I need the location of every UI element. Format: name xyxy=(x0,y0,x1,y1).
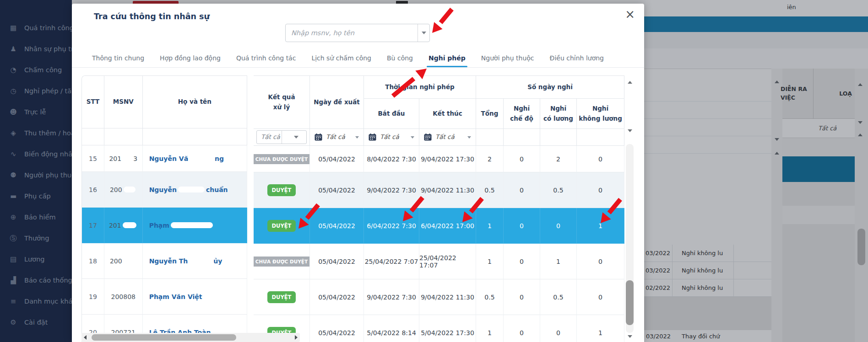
tab-đieu-chinh-luong[interactable]: Điều chỉnh lương xyxy=(549,49,605,67)
chevron-down-icon xyxy=(355,136,359,139)
redaction-blob xyxy=(171,222,213,228)
scroll-right-icon[interactable] xyxy=(295,335,298,340)
table-row[interactable]: DUYỆT05/04/20229/04/2022 7:309/04/2022 1… xyxy=(254,172,624,208)
cell-proposed: 05/04/2022 xyxy=(310,279,364,315)
table-row[interactable]: CHƯA ĐƯỢC DUYỆT05/04/202225/04/2022 7:07… xyxy=(254,244,624,279)
cell-name: Nguyễn Văng xyxy=(143,145,247,172)
calendar-icon xyxy=(424,134,432,141)
redaction-blob xyxy=(190,155,213,161)
cell-proposed: 05/04/2022 xyxy=(310,172,364,208)
modal-tabs: Thông tin chung Hợp đồng lao động Quá tr… xyxy=(91,49,605,67)
tab-label: Nghỉ phép xyxy=(429,54,466,62)
table-row[interactable]: 18200Nguyễn Thủy xyxy=(81,243,247,279)
cell-msnv: 200808 xyxy=(104,279,143,315)
table-row[interactable]: DUYỆT05/04/20229/04/2022 7:309/04/2022 1… xyxy=(254,279,624,315)
cell-regime: 0 xyxy=(504,172,540,208)
cell-paid: 0.5 xyxy=(540,279,577,315)
chevron-down-icon xyxy=(467,136,471,139)
filter-proposed-date: Tất cả xyxy=(310,129,364,146)
result-filter-select[interactable]: Tất cả xyxy=(256,130,307,144)
scroll-left-icon[interactable] xyxy=(84,335,87,340)
table-row[interactable]: 17201Phạm xyxy=(81,208,247,243)
redaction-blob xyxy=(123,155,132,161)
cell-msnv: 200 xyxy=(104,243,143,279)
col-header-msnv: MSNV xyxy=(104,76,143,128)
tab-lich-su-cham-cong[interactable]: Lịch sử chấm công xyxy=(310,49,372,67)
cell-result: CHƯA ĐƯỢC DUYỆT xyxy=(254,244,310,279)
cell-paid: 2 xyxy=(540,146,577,172)
search-input[interactable] xyxy=(286,24,418,42)
scroll-up-button[interactable] xyxy=(626,78,634,86)
cell-paid: 0 xyxy=(540,208,577,244)
cell-unpaid: 1 xyxy=(577,208,624,244)
cell-stt: 15 xyxy=(82,145,104,172)
table-row[interactable]: DUYỆT05/04/20226/04/2022 7:306/04/2022 1… xyxy=(254,208,624,244)
cell-total: 0.5 xyxy=(476,279,504,315)
filter-end-date: Tất cả xyxy=(419,129,476,146)
scrollbar-thumb[interactable] xyxy=(626,280,634,325)
table-row[interactable]: 152013Nguyễn Văng xyxy=(81,145,247,172)
cell-total: 1 xyxy=(476,244,504,279)
cell-paid: 1 xyxy=(540,244,577,279)
status-badge: CHƯA ĐƯỢC DUYỆT xyxy=(254,154,310,164)
filter-start-date: Tất cả xyxy=(364,129,419,146)
start-date-filter[interactable]: Tất cả xyxy=(364,132,419,142)
table-row[interactable]: DUYỆT05/04/20225/04/2022 8:145/04/2022 1… xyxy=(254,315,624,342)
cell-end: 6/04/2022 17:00 xyxy=(419,208,476,244)
employee-lookup-modal: Tra cứu thông tin nhân sự × Thông tin ch… xyxy=(72,4,644,342)
cell-unpaid: 0 xyxy=(577,244,624,279)
col-header-paid-leave: Nghỉcó lương xyxy=(540,99,577,129)
table-body-left: 152013Nguyễn Văng16200Nguyễnchuẩn17201Ph… xyxy=(81,145,247,342)
tab-nguoi-phu-thuoc[interactable]: Người phụ thuộc xyxy=(480,49,535,67)
tab-label: Điều chỉnh lương xyxy=(550,54,604,62)
scroll-down-button[interactable] xyxy=(626,127,634,134)
table-vertical-scrollbar[interactable] xyxy=(624,75,635,342)
redaction-blob xyxy=(124,258,136,264)
col-header-start: Bắt đầu xyxy=(364,99,419,129)
tab-bu-cong[interactable]: Bù công xyxy=(386,49,414,67)
cell-regime: 0 xyxy=(504,146,540,172)
cell-start: 9/04/2022 7:30 xyxy=(364,172,419,208)
cell-end: 9/04/2022 11:30 xyxy=(419,279,476,315)
tab-thong-tin-chung[interactable]: Thông tin chung xyxy=(91,49,145,67)
cell-result: DUYỆT xyxy=(254,279,310,315)
cell-paid: 0 xyxy=(540,315,577,342)
tab-hop-đong-lao-đong[interactable]: Hợp đồng lao động xyxy=(159,49,222,67)
cell-total: 2 xyxy=(476,146,504,172)
cell-proposed: 05/04/2022 xyxy=(310,315,364,342)
redaction-blob xyxy=(178,187,205,192)
table-body-right: CHƯA ĐƯỢC DUYỆT05/04/20228/04/2022 7:309… xyxy=(254,146,624,342)
table-row[interactable]: 16200Nguyễnchuẩn xyxy=(81,172,247,208)
table-row[interactable]: CHƯA ĐƯỢC DUYỆT05/04/20228/04/2022 7:309… xyxy=(254,146,624,172)
cell-proposed: 05/04/2022 xyxy=(310,244,364,279)
cell-msnv: 201 xyxy=(104,208,143,243)
proposed-date-filter[interactable]: Tất cả xyxy=(310,132,363,142)
cell-start: 5/04/2022 8:14 xyxy=(364,315,419,342)
end-date-filter[interactable]: Tất cả xyxy=(419,132,476,142)
cell-regime: 0 xyxy=(504,279,540,315)
search-dropdown-toggle[interactable] xyxy=(418,24,429,42)
employee-search-combobox[interactable] xyxy=(285,24,430,42)
col-header-result: Kết quảxử lý xyxy=(254,76,310,129)
cell-stt: 19 xyxy=(82,279,104,315)
scroll-down-button[interactable] xyxy=(626,332,634,340)
cell-start: 25/04/2022 7:07 xyxy=(364,244,419,279)
col-group-leave-time: Thời gian nghỉ phép xyxy=(364,76,476,99)
col-header-proposed-date: Ngày đề xuất xyxy=(310,76,364,129)
redaction-blob xyxy=(123,222,136,228)
calendar-icon xyxy=(369,134,376,141)
scrollbar-thumb[interactable] xyxy=(92,334,236,341)
table-row[interactable]: 19200808Phạm Văn Việt xyxy=(81,279,247,315)
tab-label: Quá trình công tác xyxy=(236,54,296,62)
col-header-total: Tổng xyxy=(476,99,504,129)
tab-qua-trinh-cong-tac[interactable]: Quá trình công tác xyxy=(235,49,297,67)
cell-total: 1 xyxy=(476,315,504,342)
filter-row-left xyxy=(81,128,247,145)
tab-nghi-phep[interactable]: Nghỉ phép xyxy=(428,49,467,67)
cell-regime: 0 xyxy=(504,315,540,342)
cell-name: Phạm Văn Việt xyxy=(143,279,247,315)
status-badge: DUYỆT xyxy=(267,291,296,303)
close-button[interactable]: × xyxy=(625,8,635,20)
table-horizontal-scrollbar[interactable] xyxy=(81,333,300,342)
col-header-stt: STT xyxy=(82,76,104,128)
